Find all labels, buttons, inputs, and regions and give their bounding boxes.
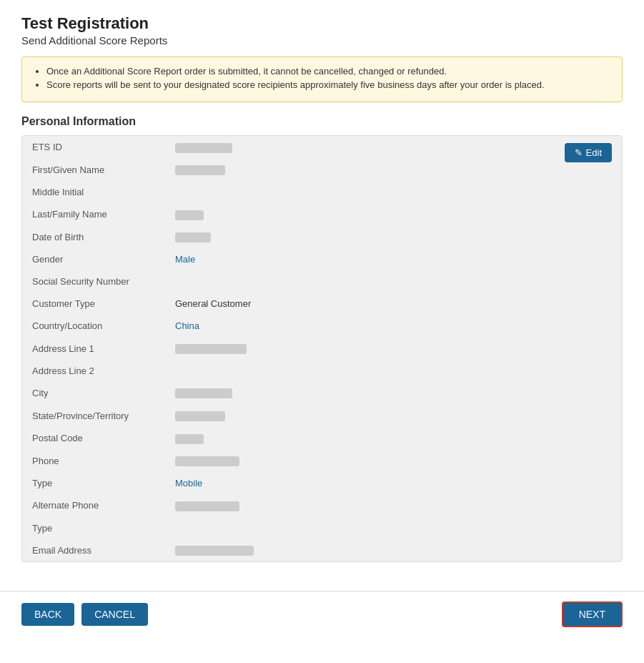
blurred-value (175, 388, 232, 398)
table-row: Alternate Phone (22, 494, 622, 517)
notice-list: Once an Additional Score Report order is… (34, 66, 610, 90)
field-value (165, 203, 622, 226)
field-value (165, 337, 622, 360)
blurred-value (175, 456, 239, 466)
table-row: Country/LocationChina (22, 315, 622, 337)
field-label: Middle Initial (22, 181, 165, 203)
blurred-value (175, 434, 204, 444)
link-value: China (175, 320, 199, 331)
field-label: First/Given Name (22, 159, 165, 182)
field-value: China (165, 315, 622, 337)
blurred-value (175, 165, 225, 175)
blurred-value (175, 501, 239, 511)
edit-button[interactable]: ✎ Edit (565, 143, 612, 162)
field-label: Customer Type (22, 293, 165, 315)
field-label: Country/Location (22, 315, 165, 337)
field-value (165, 494, 622, 517)
table-row: Phone (22, 450, 622, 473)
table-row: City (22, 382, 622, 405)
table-row: Address Line 1 (22, 337, 622, 360)
field-label: Address Line 2 (22, 360, 165, 382)
pencil-icon: ✎ (575, 147, 583, 158)
next-button[interactable]: NEXT (562, 601, 623, 627)
notice-item-1: Once an Additional Score Report order is… (46, 66, 610, 77)
footer-left: BACK CANCEL (21, 603, 148, 626)
table-row: Last/Family Name (22, 203, 622, 226)
field-label: ETS ID (22, 136, 165, 159)
field-value (165, 136, 622, 159)
field-value: Male (165, 248, 622, 270)
table-row: Date of Birth (22, 226, 622, 249)
field-label: Social Security Number (22, 270, 165, 293)
table-row: Address Line 2 (22, 360, 622, 382)
table-row: TypeMobile (22, 472, 622, 494)
page-subtitle: Send Additional Score Reports (21, 34, 623, 46)
table-row: Social Security Number (22, 270, 622, 293)
field-label: Gender (22, 248, 165, 270)
table-row: Customer TypeGeneral Customer (22, 293, 622, 315)
info-panel: ✎ Edit ETS IDFirst/Given NameMiddle Init… (21, 135, 623, 562)
notice-item-2: Score reports will be sent to your desig… (46, 79, 610, 90)
blurred-value (175, 143, 232, 153)
field-value (165, 360, 622, 382)
field-label: Phone (22, 450, 165, 473)
blurred-value (175, 210, 204, 220)
field-label: Last/Family Name (22, 203, 165, 226)
field-value (165, 539, 622, 562)
field-value (165, 159, 622, 182)
field-label: Date of Birth (22, 226, 165, 249)
field-value (165, 427, 622, 450)
table-row: First/Given Name (22, 159, 622, 182)
field-label: City (22, 382, 165, 405)
field-value (165, 517, 622, 539)
cancel-button[interactable]: CANCEL (81, 603, 148, 626)
blurred-value (175, 546, 254, 556)
personal-info-table: ETS IDFirst/Given NameMiddle InitialLast… (22, 136, 622, 561)
edit-button-label: Edit (586, 147, 602, 158)
page-wrapper: Test Registration Send Additional Score … (0, 0, 644, 591)
field-value: Mobile (165, 472, 622, 494)
back-button[interactable]: BACK (21, 603, 74, 626)
table-row: Type (22, 517, 622, 539)
field-value (165, 404, 622, 427)
link-value: Mobile (175, 478, 202, 488)
table-row: Email Address (22, 539, 622, 562)
footer-bar: BACK CANCEL NEXT (0, 591, 644, 637)
field-label: Postal Code (22, 427, 165, 450)
field-value (165, 226, 622, 249)
section-title: Personal Information (21, 115, 623, 128)
blurred-value (175, 232, 211, 242)
footer-right: NEXT (562, 601, 623, 627)
table-row: Postal Code (22, 427, 622, 450)
field-value (165, 382, 622, 405)
link-value: Male (175, 254, 195, 265)
field-value (165, 270, 622, 293)
page-title: Test Registration (21, 14, 623, 33)
field-label: Type (22, 472, 165, 494)
notice-box: Once an Additional Score Report order is… (21, 57, 623, 102)
field-value (165, 181, 622, 203)
table-row: Middle Initial (22, 181, 622, 203)
blurred-value (175, 344, 247, 354)
field-label: Alternate Phone (22, 494, 165, 517)
field-label: Address Line 1 (22, 337, 165, 360)
blurred-value (175, 411, 225, 421)
field-value (165, 450, 622, 473)
field-value: General Customer (165, 293, 622, 315)
field-label: Type (22, 517, 165, 539)
table-row: GenderMale (22, 248, 622, 270)
field-label: State/Province/Territory (22, 404, 165, 427)
table-row: State/Province/Territory (22, 404, 622, 427)
field-label: Email Address (22, 539, 165, 562)
table-row: ETS ID (22, 136, 622, 159)
